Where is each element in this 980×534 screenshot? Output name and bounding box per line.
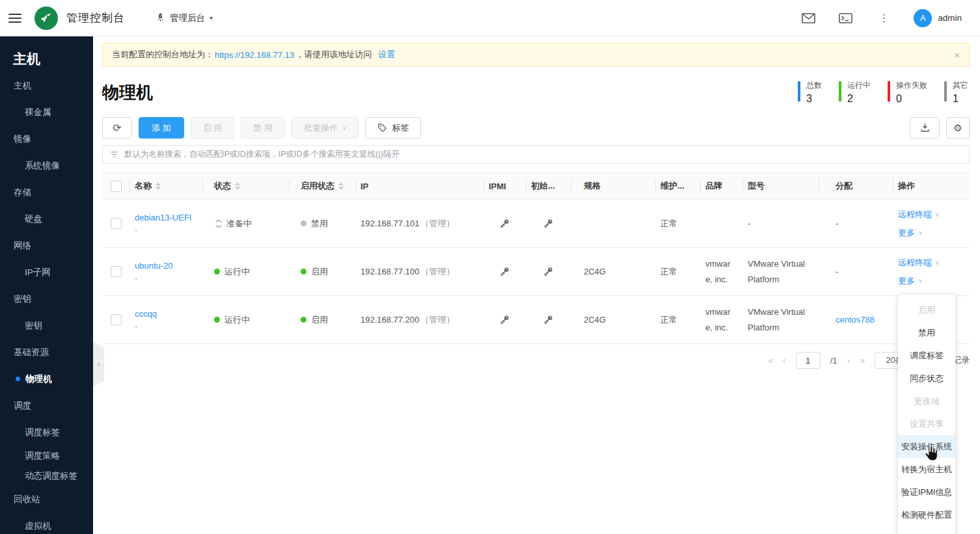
sidebar-item-system-images[interactable]: 系统镜像	[0, 152, 93, 179]
enabled-text: 启用	[311, 314, 328, 326]
notice-text: 当前配置的控制台地址为：	[112, 49, 213, 60]
ipmi-key-icon[interactable]	[498, 218, 510, 230]
sidebar-item-physical-machines[interactable]: 物理机	[0, 366, 93, 392]
status-text: 准备中	[226, 218, 252, 230]
menu-item-disable[interactable]: 禁用	[898, 321, 955, 344]
ip-address: 192.168.77.101	[361, 219, 419, 228]
add-button[interactable]: 添 加	[139, 117, 184, 139]
menu-item-check-hardware[interactable]: 检测硬件配置	[898, 503, 955, 526]
notice-text: ，请使用该地址访问	[295, 49, 372, 60]
status-dot	[301, 269, 306, 274]
menu-item-convert-host[interactable]: 转换为宿主机	[898, 458, 955, 481]
sidebar-item-recycle-bin[interactable]: 回收站	[0, 486, 93, 513]
refresh-button[interactable]: ⟳	[102, 117, 132, 139]
init-key-icon[interactable]	[542, 218, 554, 230]
terminal-icon[interactable]	[839, 13, 852, 23]
page-number-input[interactable]: 1	[796, 352, 821, 369]
sort-icon[interactable]	[338, 182, 344, 190]
menu-item-set-share: 设置共享	[898, 412, 955, 435]
menu-item-enable: 启用	[898, 299, 955, 321]
status-dot	[214, 317, 220, 323]
spec-text: 2C4G	[584, 315, 606, 325]
hosts-table: 名称 状态 启用状态 IP IPMI 初始... 规格 维护... 品牌 型号 …	[102, 172, 970, 344]
console-url-link[interactable]: https://192.168.77.13	[215, 50, 294, 60]
sidebar-item-keys[interactable]: 密钥	[0, 312, 93, 339]
sidebar-item-disks[interactable]: 硬盘	[0, 206, 93, 232]
column-header-maintain: 维护...	[655, 173, 700, 199]
ipmi-key-icon[interactable]	[498, 266, 510, 278]
kebab-menu-icon[interactable]: ⋮	[878, 12, 889, 24]
model-text: -	[748, 216, 806, 232]
host-name-link[interactable]: ubuntu-20	[135, 261, 173, 271]
pagination-first-button[interactable]: «	[768, 355, 773, 366]
more-actions-link[interactable]: 更多	[898, 273, 915, 289]
sidebar-item-scheduling-policy[interactable]: 调度策略	[0, 446, 93, 466]
brand-text: vmware, inc.	[705, 256, 734, 287]
search-input[interactable]: 默认为名称搜索，自动匹配IP或ID搜索项，IP或ID多个搜索用英文竖线(|)隔开	[102, 145, 970, 164]
maintain-text: 正常	[660, 218, 677, 230]
host-subtext: -	[135, 225, 137, 235]
tag-icon	[377, 123, 387, 133]
sidebar-item-network[interactable]: 网络	[0, 232, 93, 259]
more-actions-link[interactable]: 更多	[898, 225, 915, 241]
rocket-icon	[156, 12, 165, 23]
sort-icon[interactable]	[235, 182, 240, 190]
pagination-last-button[interactable]: »	[860, 355, 865, 366]
pagination-next-button[interactable]: ›	[847, 355, 851, 366]
row-checkbox[interactable]	[111, 218, 122, 229]
host-subtext: -	[135, 273, 137, 283]
stat-bar	[944, 81, 947, 101]
chevron-down-icon: ▾	[210, 14, 213, 21]
row-checkbox[interactable]	[111, 266, 122, 277]
sidebar-item-scheduling-tags[interactable]: 调度标签	[0, 419, 93, 446]
sidebar: 主机 主机 裸金属 镜像 系统镜像 存储 硬盘 网络 IP子网 密钥 密钥 基础…	[0, 36, 93, 534]
sidebar-item-host[interactable]: 主机	[0, 72, 93, 99]
close-icon[interactable]: ×	[954, 49, 960, 60]
alloc-link[interactable]: centos788	[836, 315, 875, 325]
column-header-model: 型号	[742, 173, 819, 199]
menu-item-verify-ipmi[interactable]: 验证IPMI信息	[898, 481, 955, 503]
chevron-down-icon: ∨	[935, 255, 940, 271]
mail-icon[interactable]	[802, 13, 815, 23]
export-button[interactable]	[910, 117, 940, 139]
menu-item-scheduling-tag[interactable]: 调度标签	[898, 344, 955, 367]
menu-item-change-domain: 更改域	[898, 390, 955, 412]
sidebar-item-bare-metal[interactable]: 裸金属	[0, 99, 93, 126]
pagination-prev-button[interactable]: ‹	[783, 355, 786, 366]
stat-other: 其它 1	[944, 80, 968, 105]
settings-button[interactable]: ⚙	[946, 117, 970, 139]
chevron-down-icon: ∨	[935, 207, 940, 222]
tags-button[interactable]: 标签	[365, 117, 421, 139]
model-text: VMware Virtual Platform	[748, 256, 806, 287]
disable-button: 禁 用	[241, 117, 285, 139]
gear-icon: ⚙	[953, 122, 962, 134]
sidebar-collapse-handle[interactable]: ‹	[93, 341, 104, 387]
sidebar-item-keys-group[interactable]: 密钥	[0, 286, 93, 312]
sidebar-item-ip-subnet[interactable]: IP子网	[0, 259, 93, 286]
host-name-link[interactable]: debian13-UEFI	[135, 213, 191, 222]
workspace-label: 管理后台	[170, 12, 205, 24]
sidebar-nav: 主机 裸金属 镜像 系统镜像 存储 硬盘 网络 IP子网 密钥 密钥 基础资源 …	[0, 72, 93, 534]
select-all-checkbox[interactable]	[111, 181, 122, 192]
chevron-left-icon: ‹	[98, 360, 100, 369]
sidebar-item-storage[interactable]: 存储	[0, 179, 93, 206]
init-key-icon[interactable]	[542, 266, 554, 278]
menu-item-install-os[interactable]: 安装操作系统	[898, 435, 955, 458]
init-key-icon[interactable]	[542, 314, 554, 326]
menu-toggle-icon[interactable]	[8, 14, 21, 23]
sidebar-item-base-resources[interactable]: 基础资源	[0, 339, 93, 366]
menu-item-sync-status[interactable]: 同步状态	[898, 367, 955, 390]
row-checkbox[interactable]	[111, 314, 122, 325]
remote-terminal-link[interactable]: 远程终端	[898, 207, 932, 222]
ipmi-key-icon[interactable]	[498, 314, 510, 326]
remote-terminal-link[interactable]: 远程终端	[898, 255, 932, 271]
sidebar-item-images[interactable]: 镜像	[0, 126, 93, 152]
host-name-link[interactable]: cccqq	[135, 309, 157, 319]
workspace-switcher[interactable]: 管理后台 ▾	[156, 12, 213, 24]
sidebar-item-dynamic-scheduling-tags[interactable]: 动态调度标签	[0, 466, 93, 486]
avatar[interactable]: A	[914, 9, 932, 27]
sort-icon[interactable]	[156, 182, 161, 190]
sidebar-item-virtual-machines[interactable]: 虚拟机	[0, 513, 93, 534]
notice-settings-link[interactable]: 设置	[378, 49, 395, 60]
sidebar-item-scheduling[interactable]: 调度	[0, 392, 93, 419]
